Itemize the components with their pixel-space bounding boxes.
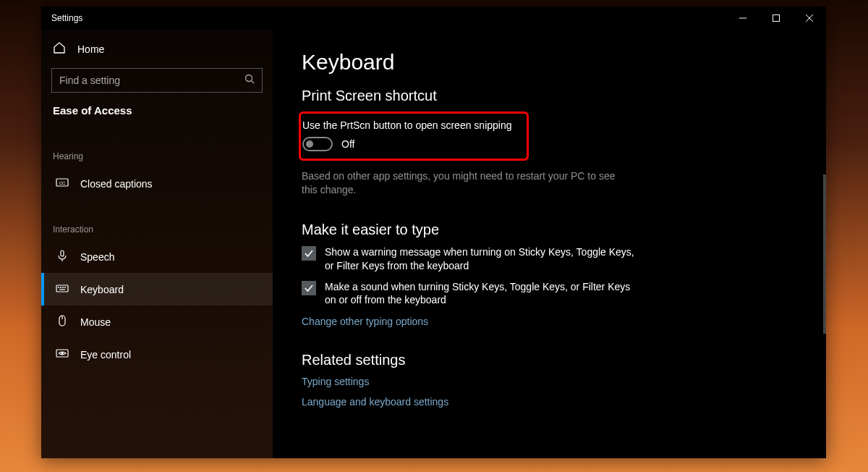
eye-icon	[56, 347, 69, 362]
search-input[interactable]	[59, 75, 236, 86]
page-title: Keyboard	[302, 50, 797, 75]
highlight-annotation: Use the PrtScn button to open screen sni…	[299, 111, 529, 161]
content-area: Keyboard Print Screen shortcut Use the P…	[273, 30, 826, 458]
scrollbar-track[interactable]	[823, 30, 826, 458]
titlebar: Settings	[41, 7, 826, 30]
toggle-knob	[306, 140, 313, 148]
home-label: Home	[77, 43, 104, 55]
prtscn-toggle-label: Use the PrtScn button to open screen sni…	[302, 119, 519, 131]
svg-line-5	[252, 81, 255, 84]
sidebar: Home Ease of Access Hearing CC Closed ca…	[41, 30, 273, 458]
section-heading-prtscn: Print Screen shortcut	[302, 88, 797, 104]
keyboard-icon	[56, 282, 69, 297]
section-heading-easier: Make it easier to type	[302, 222, 797, 238]
prtscn-toggle-row: Off	[302, 137, 519, 151]
search-wrap	[41, 68, 273, 104]
svg-rect-10	[56, 285, 68, 292]
sidebar-category: Ease of Access	[41, 104, 273, 127]
svg-text:CC: CC	[59, 181, 66, 185]
svg-point-11	[59, 287, 59, 288]
window-controls	[726, 7, 826, 30]
cc-icon: CC	[56, 176, 69, 191]
svg-rect-8	[61, 250, 64, 256]
sidebar-group-hearing: Hearing	[41, 127, 273, 167]
search-box[interactable]	[51, 68, 263, 93]
sidebar-item-keyboard[interactable]: Keyboard	[41, 273, 273, 305]
settings-window: Settings Home	[41, 7, 826, 458]
close-button[interactable]	[793, 7, 826, 30]
sidebar-item-mouse[interactable]: Mouse	[41, 305, 273, 338]
sidebar-item-label: Speech	[80, 251, 114, 263]
maximize-button[interactable]	[760, 7, 793, 30]
sidebar-item-closed-captions[interactable]: CC Closed captions	[41, 167, 273, 200]
svg-point-19	[61, 353, 63, 354]
svg-point-12	[61, 287, 61, 288]
svg-point-4	[246, 75, 252, 82]
body-area: Home Ease of Access Hearing CC Closed ca…	[41, 30, 826, 458]
checkbox-sound[interactable]	[302, 281, 316, 295]
check-row-warning: Show a warning message when turning on S…	[302, 245, 634, 273]
section-heading-related: Related settings	[302, 352, 797, 368]
link-typing-settings[interactable]: Typing settings	[302, 376, 797, 387]
sidebar-item-label: Eye control	[80, 349, 131, 361]
sidebar-item-label: Mouse	[80, 316, 111, 328]
checkbox-warning-label: Show a warning message when turning on S…	[325, 245, 634, 273]
check-row-sound: Make a sound when turning Sticky Keys, T…	[302, 280, 634, 308]
sidebar-group-interaction: Interaction	[41, 200, 273, 240]
minimize-button[interactable]	[726, 7, 760, 30]
prtscn-toggle[interactable]	[302, 137, 333, 151]
related-links: Typing settings Language and keyboard se…	[302, 376, 797, 408]
link-language-keyboard[interactable]: Language and keyboard settings	[302, 396, 797, 408]
mouse-icon	[56, 314, 69, 329]
sidebar-item-eye-control[interactable]: Eye control	[41, 338, 273, 371]
sidebar-item-speech[interactable]: Speech	[41, 240, 273, 273]
sidebar-item-label: Closed captions	[80, 178, 153, 190]
sidebar-item-label: Keyboard	[80, 284, 124, 295]
svg-rect-1	[773, 15, 780, 22]
home-nav[interactable]: Home	[41, 35, 273, 68]
prtscn-hint: Based on other app settings, you might n…	[302, 169, 620, 197]
window-title: Settings	[51, 13, 726, 23]
search-icon	[244, 74, 255, 87]
mic-icon	[56, 249, 69, 264]
home-icon	[53, 41, 66, 56]
link-change-typing[interactable]: Change other typing options	[302, 316, 797, 327]
scrollbar-thumb[interactable]	[823, 174, 826, 334]
svg-point-13	[63, 287, 64, 288]
prtscn-toggle-state: Off	[341, 138, 354, 150]
checkbox-warning[interactable]	[302, 246, 316, 261]
svg-point-14	[65, 287, 66, 288]
checkbox-sound-label: Make a sound when turning Sticky Keys, T…	[325, 280, 634, 308]
